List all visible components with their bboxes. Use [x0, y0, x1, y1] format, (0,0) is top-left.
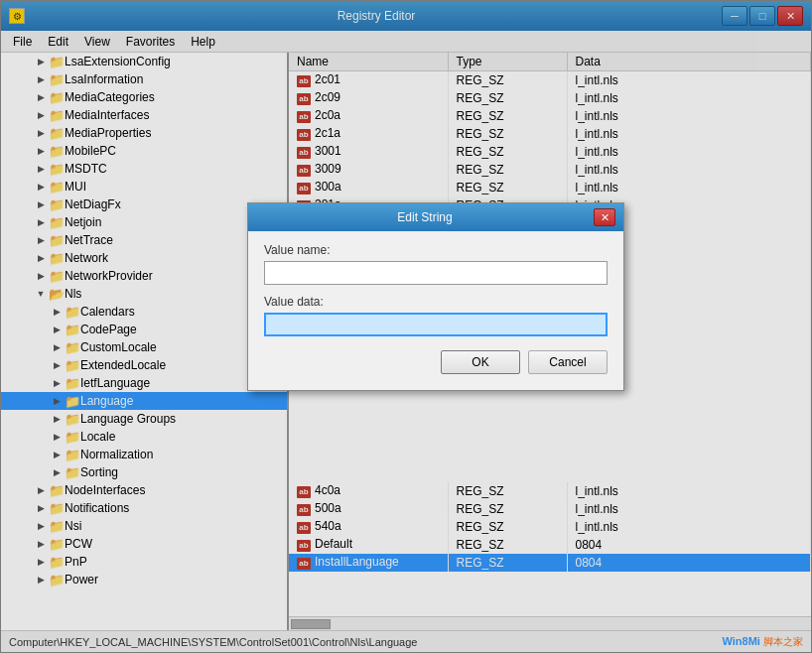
dialog-title-bar: Edit String ✕: [248, 203, 623, 231]
dialog-body: Value name: Value data: OK Cancel: [248, 231, 623, 390]
modal-overlay: Edit String ✕ Value name: Value data: OK…: [0, 0, 812, 653]
dialog-buttons: OK Cancel: [264, 350, 608, 374]
cancel-button[interactable]: Cancel: [528, 350, 608, 374]
dialog-title: Edit String: [256, 210, 594, 224]
edit-string-dialog: Edit String ✕ Value name: Value data: OK…: [247, 202, 624, 391]
value-data-label: Value data:: [264, 295, 608, 309]
value-data-input[interactable]: [264, 313, 608, 336]
value-name-label: Value name:: [264, 243, 608, 257]
value-name-input[interactable]: [264, 261, 608, 285]
ok-button[interactable]: OK: [441, 350, 520, 374]
dialog-close-button[interactable]: ✕: [594, 208, 615, 226]
